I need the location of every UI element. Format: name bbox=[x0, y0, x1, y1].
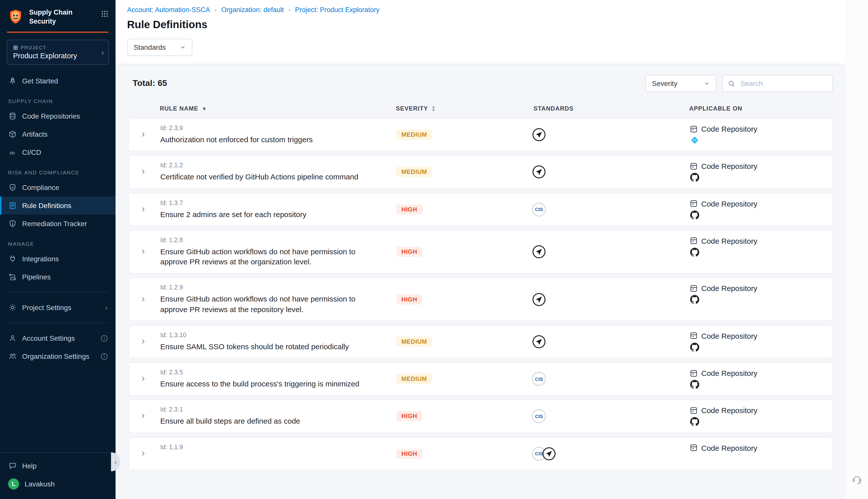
column-header-rule-name[interactable]: RULE NAME ▼ bbox=[157, 105, 393, 112]
chevron-right-icon: › bbox=[101, 48, 104, 57]
rule-id: Id: 2.3.5 bbox=[160, 369, 383, 376]
applicable-on-label: Code Repository bbox=[701, 406, 757, 415]
column-header-applicable-on: APPLICABLE ON bbox=[689, 105, 833, 112]
sidebar-item-remediation-tracker[interactable]: Remediation Tracker bbox=[0, 215, 115, 233]
repository-icon bbox=[690, 406, 698, 415]
info-icon[interactable]: i bbox=[101, 353, 108, 360]
repository-icon bbox=[690, 199, 698, 208]
search-input[interactable] bbox=[740, 79, 827, 88]
row-expand-chevron-icon[interactable]: › bbox=[142, 373, 145, 385]
table-row[interactable]: › Id: 1.2.9 Ensure GitHub action workflo… bbox=[128, 278, 833, 321]
table-row[interactable]: › Id: 1.1.9 HIGH CIS Code Repos bbox=[128, 437, 833, 470]
row-expand-chevron-icon[interactable]: › bbox=[142, 129, 145, 140]
severity-badge: MEDIUM bbox=[396, 374, 432, 384]
paper-plane-standard-icon bbox=[532, 127, 546, 142]
column-header-standards: STANDARDS bbox=[531, 105, 689, 112]
table-row[interactable]: › Id: 2.3.9 Authorization not enforced f… bbox=[128, 118, 833, 151]
standards-cell bbox=[531, 125, 690, 145]
rule-id: Id: 2.3.9 bbox=[160, 125, 383, 132]
table-row[interactable]: › Id: 1.3.7 Ensure 2 admins are set for … bbox=[128, 193, 833, 226]
paper-plane-standard-icon bbox=[542, 447, 556, 461]
rule-name: Ensure SAML SSO tokens should be rotated… bbox=[160, 342, 383, 352]
sidebar-item-rule-definitions[interactable]: Rule Definitions bbox=[0, 196, 115, 215]
repository-icon bbox=[690, 162, 698, 170]
sidebar-item-project-settings[interactable]: Project Settings › bbox=[0, 299, 115, 317]
infinity-icon: ∞ bbox=[8, 148, 16, 157]
standards-dropdown[interactable]: Standards bbox=[127, 39, 193, 56]
sidebar-item-help[interactable]: Help bbox=[0, 457, 115, 475]
chevron-right-icon: › bbox=[105, 304, 108, 312]
chevron-down-icon bbox=[180, 44, 186, 50]
app-switcher-grid-icon[interactable] bbox=[101, 10, 109, 17]
table-row[interactable]: › Id: 2.3.1 Ensure all build steps are d… bbox=[128, 400, 833, 433]
severity-badge: MEDIUM bbox=[396, 167, 432, 177]
rules-panel: Total: 65 Severity bbox=[115, 64, 846, 499]
provider-slot bbox=[690, 173, 828, 182]
github-icon bbox=[690, 417, 699, 426]
row-expand-chevron-icon[interactable]: › bbox=[142, 204, 145, 215]
sidebar-item-organization-settings[interactable]: Organization Settings i bbox=[0, 347, 115, 365]
row-expand-chevron-icon[interactable]: › bbox=[142, 246, 145, 257]
info-icon[interactable]: i bbox=[101, 335, 108, 341]
table-row[interactable]: › Id: 2.1.2 Certificate not verified by … bbox=[128, 156, 833, 189]
repository-icon bbox=[690, 332, 698, 340]
breadcrumb-project-link[interactable]: Project: Product Exploratory bbox=[295, 6, 380, 14]
table-row[interactable]: › Id: 2.3.5 Ensure access to the build p… bbox=[128, 362, 833, 396]
gear-icon bbox=[8, 303, 16, 312]
project-selector[interactable]: PROJECT Product Exploratory › bbox=[7, 40, 109, 65]
severity-badge: HIGH bbox=[396, 247, 422, 257]
sort-both-icon: ▲▼ bbox=[432, 105, 436, 112]
rocket-icon bbox=[8, 77, 16, 85]
row-expand-chevron-icon[interactable]: › bbox=[142, 167, 145, 178]
search-box bbox=[722, 75, 833, 92]
applicable-on-label: Code Repository bbox=[701, 125, 757, 133]
right-rail bbox=[846, 0, 868, 499]
github-icon bbox=[690, 173, 699, 182]
sidebar-item-get-started[interactable]: Get Started bbox=[0, 72, 115, 90]
row-expand-chevron-icon[interactable]: › bbox=[142, 448, 145, 459]
supply-chain-security-logo bbox=[7, 8, 24, 25]
standards-cell bbox=[531, 284, 690, 315]
github-icon bbox=[690, 295, 699, 304]
table-row[interactable]: › Id: 1.2.8 Ensure GitHub action workflo… bbox=[128, 230, 833, 273]
sidebar-item-account-settings[interactable]: Account Settings i bbox=[0, 329, 115, 347]
rule-id: Id: 1.2.8 bbox=[160, 237, 383, 244]
azure-devops-icon bbox=[690, 136, 699, 145]
support-chat-icon[interactable] bbox=[852, 474, 863, 485]
sidebar-item-artifacts[interactable]: Artifacts bbox=[0, 125, 115, 143]
severity-badge: HIGH bbox=[396, 449, 422, 459]
row-expand-chevron-icon[interactable]: › bbox=[142, 411, 145, 422]
applicable-on-label: Code Repository bbox=[701, 369, 757, 377]
divider bbox=[8, 322, 108, 323]
table-row[interactable]: › Id: 1.3.10 Ensure SAML SSO tokens shou… bbox=[128, 325, 833, 358]
sidebar-item-compliance[interactable]: Compliance bbox=[0, 179, 115, 196]
user-menu[interactable]: L Lavakush bbox=[0, 475, 115, 493]
sidebar-item-integrations[interactable]: Integrations bbox=[0, 250, 115, 268]
sidebar-item-pipelines[interactable]: Pipelines bbox=[0, 268, 115, 286]
rule-id: Id: 2.1.2 bbox=[160, 162, 383, 169]
row-expand-chevron-icon[interactable]: › bbox=[142, 294, 145, 305]
row-expand-chevron-icon[interactable]: › bbox=[142, 336, 145, 347]
table-header: RULE NAME ▼ SEVERITY ▲▼ STANDARDS APPLIC… bbox=[128, 105, 833, 112]
sidebar-item-cicd[interactable]: ∞ CI/CD bbox=[0, 143, 115, 161]
repository-icon bbox=[690, 444, 698, 452]
breadcrumb-organization-link[interactable]: Organization: default bbox=[221, 6, 284, 14]
standards-cell bbox=[531, 162, 690, 182]
pipeline-icon bbox=[8, 272, 16, 281]
severity-filter-select[interactable]: Severity bbox=[645, 75, 716, 92]
section-supply-chain: SUPPLY CHAIN bbox=[0, 98, 115, 104]
people-icon bbox=[8, 352, 16, 361]
standards-cell: CIS bbox=[531, 199, 690, 220]
standards-cell bbox=[531, 237, 690, 267]
sidebar-item-code-repositories[interactable]: Code Repositories bbox=[0, 107, 115, 125]
divider bbox=[8, 292, 108, 292]
github-icon bbox=[690, 380, 699, 389]
rule-name: Ensure access to the build process's tri… bbox=[160, 379, 383, 389]
severity-badge: MEDIUM bbox=[396, 130, 432, 140]
rule-name: Certificate not verified by GitHub Actio… bbox=[160, 172, 383, 182]
provider-slot bbox=[690, 136, 828, 145]
breadcrumb-account-link[interactable]: Account: Automation-SSCA bbox=[127, 6, 210, 14]
repository-icon bbox=[690, 369, 698, 377]
column-header-severity[interactable]: SEVERITY ▲▼ bbox=[393, 105, 531, 112]
provider-slot bbox=[690, 248, 828, 257]
